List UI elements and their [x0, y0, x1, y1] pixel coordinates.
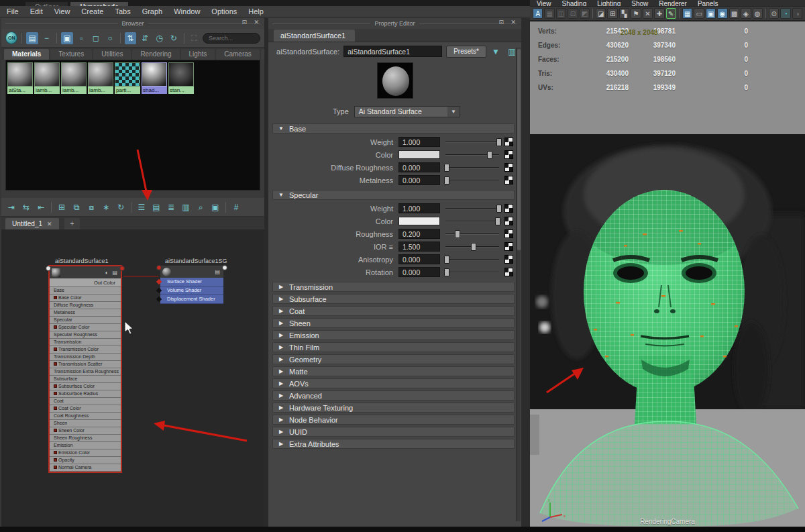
shader-name-input[interactable]	[343, 46, 442, 57]
section-header-sheen[interactable]: ▶Sheen	[272, 318, 515, 328]
node-header-icons[interactable]: ◐ ▤	[105, 270, 119, 276]
browser-tab-materials[interactable]: Materials	[4, 49, 49, 60]
section-header-coat[interactable]: ▶Coat	[272, 306, 515, 316]
menu-item-graph[interactable]: Graph	[142, 7, 163, 15]
menu-item-view[interactable]: View	[54, 7, 70, 15]
medium-swatch-icon[interactable]: ◻	[90, 32, 101, 44]
browser-tab-rendering[interactable]: Rendering	[132, 49, 179, 60]
section-header-matte[interactable]: ▶Matte	[272, 366, 515, 376]
type-dropdown[interactable]: Ai Standard Surface ▼	[354, 106, 460, 117]
sg-attr-row[interactable]: Surface Shader	[160, 278, 223, 286]
node-attr-row[interactable]: Subsurface Radius	[50, 390, 121, 398]
section-header-subsurface[interactable]: ▶Subsurface	[272, 294, 515, 304]
node-attr-row[interactable]: Diffuse Roughness	[50, 302, 121, 309]
menu-item-create[interactable]: Create	[81, 7, 103, 15]
node-out-color-row[interactable]: Out Color	[50, 278, 121, 287]
lock-camera-icon[interactable]: ▦	[544, 8, 554, 19]
vp-menu-item-show[interactable]: Show	[631, 0, 648, 6]
slider-handle[interactable]	[444, 164, 449, 172]
node-attr-row[interactable]: Transmission Color	[50, 346, 121, 354]
material-swatch[interactable]: stan...	[168, 62, 194, 94]
section-header-hardware-texturing[interactable]: ▶Hardware Texturing	[272, 403, 515, 413]
sg-attr-row[interactable]: Volume Shader	[160, 286, 223, 295]
node-attr-row[interactable]: Transmission	[50, 339, 121, 346]
presets-button[interactable]: Presets*	[446, 46, 486, 58]
swatch-list-view-icon[interactable]: ▤	[26, 32, 38, 44]
attribute-slider[interactable]	[445, 242, 499, 252]
browser-tab-cameras[interactable]: Cameras	[216, 49, 260, 60]
node-attr-row[interactable]: Transmission Scatter	[50, 361, 121, 368]
output-connections-icon[interactable]: ⇤	[35, 201, 47, 213]
property-editor-header[interactable]: Property Editor ⊡ ✕	[268, 18, 521, 29]
node-attr-row[interactable]: Coat Roughness	[50, 413, 121, 420]
slider-handle[interactable]	[496, 138, 502, 146]
section-header-thin-film[interactable]: ▶Thin Film	[272, 342, 515, 352]
material-preview-swatch[interactable]	[377, 62, 413, 99]
four-panes-icon[interactable]: ▚	[619, 8, 629, 19]
menu-item-edit[interactable]: Edit	[30, 7, 43, 15]
film-gate-icon[interactable]: ▭	[694, 8, 704, 19]
vp-menu-item-panels[interactable]: Panels	[698, 0, 718, 6]
add-tab-button[interactable]: +	[64, 218, 80, 229]
show-all-attrs-icon[interactable]: ☰	[136, 201, 148, 213]
node-attr-row[interactable]: Base Color	[50, 295, 121, 302]
node-attr-row[interactable]: Sheen Roughness	[50, 435, 121, 442]
section-header-specular[interactable]: ▼Specular	[272, 190, 515, 200]
slider-handle[interactable]	[444, 268, 449, 276]
three-panes-icon[interactable]: ⊞	[607, 8, 617, 19]
attribute-slider[interactable]	[445, 163, 499, 172]
pin-icon[interactable]: ▣	[209, 201, 221, 213]
rearrange-graph-icon[interactable]: ↻	[115, 201, 127, 213]
section-header-node-behavior[interactable]: ▶Node Behavior	[272, 415, 515, 425]
browser-tab-lights[interactable]: Lights	[181, 49, 215, 60]
menu-item-options[interactable]: Options	[211, 7, 237, 15]
tab-untitled-1[interactable]: Untitled_1✕	[5, 218, 59, 229]
vp-menu-item-view[interactable]: View	[537, 0, 551, 6]
clear-graph-icon[interactable]: ∗	[100, 201, 112, 213]
section-header-transmission[interactable]: ▶Transmission	[272, 282, 515, 292]
grid-toggle-icon[interactable]: #	[230, 201, 242, 213]
field-chart-icon[interactable]: ▩	[729, 8, 739, 19]
map-texture-button[interactable]	[504, 176, 513, 184]
attribute-value-field[interactable]: 1.500	[398, 242, 440, 252]
lighting-icon[interactable]: ◑	[792, 8, 802, 19]
node-attr-row[interactable]: Metalness	[50, 309, 121, 317]
map-texture-button[interactable]	[504, 204, 513, 213]
small-swatch-icon[interactable]: ▫	[76, 32, 87, 44]
vp-menu-item-shading[interactable]: Shading	[562, 0, 587, 6]
section-header-uuid[interactable]: ▶UUID	[272, 427, 515, 437]
node-header-icons[interactable]: ▤	[215, 269, 221, 275]
map-texture-button[interactable]	[504, 268, 513, 276]
input-connections-icon[interactable]: ⇥	[5, 201, 17, 213]
material-swatch[interactable]: shad...	[142, 62, 167, 94]
input-port-diamond[interactable]	[156, 297, 162, 302]
safe-title-icon[interactable]: ◍	[753, 8, 763, 19]
show-connected-attrs-icon[interactable]: ▤	[150, 201, 162, 213]
panel-dock-icons[interactable]: ⊡ ✕	[498, 19, 519, 25]
property-editor-tab[interactable]: aiStandardSurface1	[274, 30, 355, 42]
zoom-icon[interactable]: ⌕	[195, 201, 207, 213]
xray-icon[interactable]: ◔	[780, 8, 790, 19]
filter-icon[interactable]: ⛶	[189, 32, 200, 44]
node-attr-row[interactable]: Transmission Extra Roughness	[50, 368, 121, 376]
large-swatch-icon[interactable]: ○	[105, 32, 116, 44]
image-plane-icon[interactable]: ◩	[580, 8, 590, 19]
sort-time-icon[interactable]: ◷	[154, 32, 165, 44]
sg-attr-row[interactable]: Displacement Shader	[160, 295, 223, 304]
attribute-value-field[interactable]: 0.000	[398, 162, 440, 172]
select-camera-icon[interactable]: A	[533, 8, 543, 19]
show-primary-attrs-icon[interactable]: ≣	[165, 201, 177, 213]
scrollbar-thumb[interactable]	[517, 49, 521, 250]
graph-materials-icon[interactable]: ⊞	[56, 201, 68, 213]
icons-view-icon[interactable]: ▣	[61, 32, 72, 44]
menu-item-file[interactable]: File	[7, 7, 19, 15]
shaded-icon[interactable]: ✚	[654, 8, 664, 19]
node-attr-row[interactable]: Opacity	[50, 457, 121, 464]
map-texture-button[interactable]	[504, 150, 513, 159]
node-attr-row[interactable]: Emission Color	[50, 449, 121, 457]
material-swatch[interactable]: lamb...	[61, 62, 87, 94]
attribute-slider[interactable]	[445, 268, 499, 277]
node-attr-row[interactable]: Subsurface Color	[50, 383, 121, 390]
attribute-value-field[interactable]: 0.000	[398, 175, 440, 185]
property-editor-scrollbar[interactable]	[516, 48, 521, 521]
